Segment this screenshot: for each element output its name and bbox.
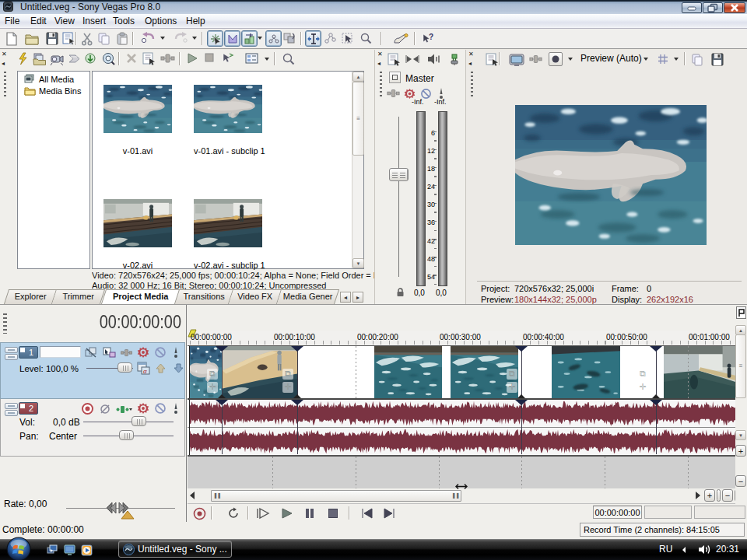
svg-text:α: α [143,368,147,375]
svg-text:?: ? [429,33,433,41]
